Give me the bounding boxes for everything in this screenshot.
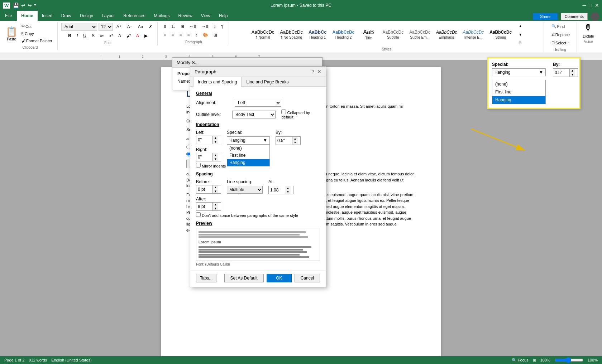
change-case-button[interactable]: Aa [136, 23, 145, 30]
italic-button[interactable]: I [75, 32, 80, 39]
by-spinner[interactable]: ▲ ▼ [276, 136, 301, 145]
text-highlight-color-button[interactable]: ▶ [142, 32, 150, 39]
tabs-button[interactable]: Tabs... [196, 274, 216, 282]
left-indent-input[interactable] [196, 137, 212, 143]
style-subtle-em[interactable]: AaBbCcDc Subtle Em... [407, 23, 433, 46]
multilevel-button[interactable]: ⊞ [178, 23, 186, 30]
view-mode[interactable]: ⊞ [533, 358, 536, 362]
left-indent-down[interactable]: ▼ [212, 140, 218, 144]
style-emphasis[interactable]: AaBbCcDc Emphasis [434, 23, 460, 46]
callout-by-input-wrapper[interactable]: ▲ ▼ [553, 68, 578, 77]
text-effects-button[interactable]: A [116, 32, 123, 39]
callout-option-none[interactable]: (none) [492, 80, 545, 88]
left-indent-spinner[interactable]: ▲ ▼ [196, 136, 221, 144]
shading-button[interactable]: 🎨 [201, 31, 210, 39]
tab-mailings[interactable]: Mailings [149, 11, 174, 21]
align-left-button[interactable]: ≡ [161, 31, 168, 39]
tab-layout[interactable]: Layout [97, 11, 119, 21]
special-option-firstline[interactable]: First line [227, 152, 269, 159]
alignment-select[interactable]: Left Center Right Justify [235, 99, 281, 107]
select-button[interactable]: ⊡ Select ~ [549, 39, 572, 46]
styles-expand[interactable]: ⊞ [516, 40, 524, 46]
by-up[interactable]: ▲ [292, 137, 298, 141]
right-indent-down[interactable]: ▼ [212, 157, 218, 161]
at-up[interactable]: ▲ [285, 186, 291, 190]
callout-special-selected[interactable]: Hanging ▼ [492, 69, 545, 76]
paragraph-dialog[interactable]: Paragraph ? ✕ Indents and Spacing Line a… [190, 66, 326, 287]
justify-button[interactable]: ≡ [185, 31, 192, 39]
font-color-button[interactable]: A [134, 32, 141, 39]
by-down[interactable]: ▼ [292, 141, 298, 145]
special-dropdown[interactable]: Hanging ▼ [227, 136, 270, 144]
font-size-select[interactable]: 12 [99, 23, 113, 31]
find-button[interactable]: 🔍 Find [549, 23, 572, 30]
strikethrough-button[interactable]: S [90, 32, 97, 39]
line-spacing-select[interactable]: Multiple Single 1.5 lines Double [227, 186, 263, 194]
dont-add-space-checkbox[interactable] [196, 212, 201, 217]
special-dropdown-container[interactable]: Hanging ▼ (none) First line Hanging [227, 136, 270, 144]
tab-references[interactable]: References [119, 11, 149, 21]
special-option-hanging[interactable]: Hanging [227, 159, 269, 166]
zoom-100[interactable]: 100% [588, 358, 598, 361]
show-marks-button[interactable]: ¶ [219, 23, 226, 30]
collapsed-checkbox[interactable] [281, 110, 286, 114]
left-indent-up[interactable]: ▲ [212, 136, 218, 140]
customize-icon[interactable]: ▾ [34, 3, 36, 8]
cancel-button[interactable]: Cancel [295, 274, 320, 282]
underline-button[interactable]: U [81, 32, 89, 39]
tab-file[interactable]: File [0, 11, 17, 21]
at-down[interactable]: ▼ [285, 190, 291, 194]
after-down[interactable]: ▼ [212, 207, 218, 210]
style-subtitle[interactable]: AaBbCcDc Subtitle [380, 23, 406, 46]
before-input[interactable] [196, 186, 212, 193]
style-no-spacing[interactable]: AaBbCcDc ¶ No Spacing [277, 23, 305, 46]
align-center-button[interactable]: ≡ [169, 31, 176, 39]
ok-button[interactable]: OK [267, 274, 292, 282]
special-option-none[interactable]: (none) [227, 145, 269, 152]
mirror-indents-checkbox[interactable] [196, 163, 201, 168]
increase-indent-button[interactable]: →≡ [200, 23, 211, 30]
dialog-help-icon[interactable]: ? [311, 69, 314, 74]
undo-icon[interactable]: ↩ [21, 3, 25, 8]
tab-draw[interactable]: Draw [57, 11, 76, 21]
style-heading2[interactable]: AaBbCcDc Heading 2 [330, 23, 357, 46]
align-right-button[interactable]: ≡ [177, 31, 184, 39]
line-spacing-button[interactable]: ↕ [193, 31, 200, 39]
after-spinner[interactable]: ▲ ▼ [196, 202, 221, 211]
after-input[interactable] [196, 203, 212, 210]
shrink-font-button[interactable]: A⁻ [125, 23, 134, 30]
focus-mode[interactable]: 🔍 Focus [512, 358, 529, 362]
save-icon[interactable]: 💾 [13, 3, 19, 8]
right-indent-spinner[interactable]: ▲ ▼ [196, 153, 221, 161]
tab-indents-spacing[interactable]: Indents and Spacing [193, 77, 242, 87]
special-selected[interactable]: Hanging ▼ [227, 137, 269, 144]
tab-help[interactable]: Help [215, 11, 232, 21]
borders-button[interactable]: ⊞ [211, 31, 219, 39]
font-name-select[interactable]: Arial [61, 23, 97, 31]
before-up[interactable]: ▲ [212, 185, 218, 189]
bold-button[interactable]: B [66, 32, 73, 39]
callout-option-firstline[interactable]: First line [492, 88, 545, 96]
before-spinner[interactable]: ▲ ▼ [196, 185, 221, 194]
callout-by-input[interactable] [553, 69, 569, 76]
callout-special-dropdown[interactable]: Hanging ▼ [492, 68, 546, 76]
tab-insert[interactable]: Insert [38, 11, 57, 21]
styles-scroll-down[interactable]: ▼ [516, 31, 524, 38]
close-icon[interactable]: ✕ [595, 3, 599, 8]
at-input[interactable] [269, 187, 285, 193]
tab-review[interactable]: Review [174, 11, 197, 21]
by-input[interactable] [276, 137, 292, 144]
format-painter-button[interactable]: 🖌 Format Painter [19, 38, 54, 44]
share-button[interactable]: Share [533, 13, 558, 20]
tab-view[interactable]: View [197, 11, 215, 21]
maximize-icon[interactable]: □ [589, 3, 592, 8]
cut-button[interactable]: ✂ Cut [19, 23, 54, 30]
grow-font-button[interactable]: A⁺ [114, 23, 124, 30]
redo-icon[interactable]: ↪ [28, 3, 32, 8]
right-indent-input[interactable] [196, 154, 212, 160]
decrease-indent-button[interactable]: ←≡ [187, 23, 199, 30]
callout-option-hanging[interactable]: Hanging [492, 96, 545, 104]
dictate-label[interactable]: Dictate [583, 34, 594, 38]
style-heading1[interactable]: AaBbCc Heading 1 [306, 23, 329, 46]
before-down[interactable]: ▼ [212, 189, 218, 193]
